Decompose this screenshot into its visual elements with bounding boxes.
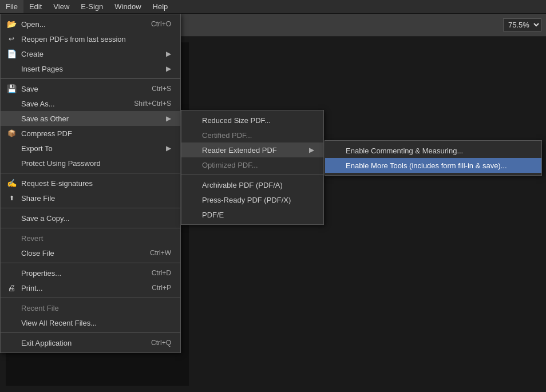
menu-request-esig-label: Request E-signatures bbox=[21, 179, 93, 188]
reader-extended-submenu-wrapper: Enable Commenting & Measuring... Enable … bbox=[325, 140, 542, 176]
menu-save-as-other-label: Save as Other bbox=[21, 114, 69, 123]
menu-print[interactable]: 🖨 Print... Ctrl+P bbox=[1, 280, 180, 295]
export-arrow: ▶ bbox=[166, 144, 171, 152]
menu-print-shortcut: Ctrl+P bbox=[140, 284, 171, 292]
menu-export-label: Export To bbox=[21, 144, 53, 153]
menu-create-label: Create bbox=[21, 50, 43, 58]
menu-close-file[interactable]: Close File Ctrl+W bbox=[1, 246, 180, 260]
menu-reduced-size-pdf[interactable]: Reduced Size PDF... bbox=[181, 113, 323, 128]
menu-share-file[interactable]: ⬆ Share File bbox=[1, 191, 180, 205]
menu-help[interactable]: Help bbox=[147, 0, 174, 13]
menu-exit[interactable]: Exit Application Ctrl+Q bbox=[1, 335, 180, 350]
menu-properties[interactable]: Properties... Ctrl+D bbox=[1, 266, 180, 280]
menu-enable-more-tools-label: Enable More Tools (includes form fill-in… bbox=[346, 161, 507, 170]
menu-revert-label: Revert bbox=[21, 234, 43, 243]
menu-insert-pages-label: Insert Pages bbox=[21, 65, 63, 73]
menu-create[interactable]: 📄 Create ▶ bbox=[1, 46, 180, 61]
menu-edit[interactable]: Edit bbox=[23, 0, 48, 13]
menu-view[interactable]: View bbox=[48, 0, 75, 13]
open-icon: 📂 bbox=[5, 19, 18, 29]
insert-pages-arrow: ▶ bbox=[166, 65, 171, 73]
menu-certified-label: Certified PDF... bbox=[202, 131, 252, 140]
menu-compress-pdf[interactable]: 📦 Compress PDF bbox=[1, 126, 180, 141]
menu-press-ready-label: Press-Ready PDF (PDF/X) bbox=[202, 196, 291, 204]
menu-compress-label: Compress PDF bbox=[21, 129, 72, 138]
menu-share-label: Share File bbox=[21, 194, 55, 203]
save-icon: 💾 bbox=[5, 84, 18, 93]
menu-save-label: Save bbox=[21, 85, 38, 93]
menu-close-label: Close File bbox=[21, 249, 54, 258]
menu-reader-extended-pdf[interactable]: Reader Extended PDF ▶ bbox=[181, 142, 323, 157]
menu-save-shortcut: Ctrl+S bbox=[140, 85, 171, 93]
menu-archivable-pdf[interactable]: Archivable PDF (PDF/A) bbox=[181, 177, 323, 192]
save-as-other-arrow: ▶ bbox=[166, 114, 171, 122]
menu-window[interactable]: Window bbox=[109, 0, 147, 13]
menu-view-recent[interactable]: View All Recent Files... bbox=[1, 315, 180, 330]
compress-icon: 📦 bbox=[5, 129, 18, 137]
menu-close-shortcut: Ctrl+W bbox=[139, 249, 171, 257]
menu-esign[interactable]: E-Sign bbox=[75, 0, 109, 13]
menu-insert-pages[interactable]: Insert Pages ▶ bbox=[1, 61, 180, 76]
menu-open-shortcut: Ctrl+O bbox=[140, 20, 171, 28]
menu-enable-commenting-label: Enable Commenting & Measuring... bbox=[346, 146, 463, 155]
menu-bar: File Edit View E-Sign Window Help bbox=[0, 0, 546, 14]
menu-view-recent-label: View All Recent Files... bbox=[21, 319, 97, 327]
menu-properties-label: Properties... bbox=[21, 269, 61, 278]
menu-enable-commenting[interactable]: Enable Commenting & Measuring... bbox=[325, 143, 541, 158]
menu-reduced-size-label: Reduced Size PDF... bbox=[202, 116, 271, 125]
menu-optimized-label: Optimized PDF... bbox=[202, 161, 258, 169]
menu-request-esig[interactable]: ✍ Request E-signatures bbox=[1, 176, 180, 191]
reopen-icon: ↩ bbox=[5, 35, 18, 43]
menu-export-to[interactable]: Export To ▶ bbox=[1, 141, 180, 156]
menu-open-label: Open... bbox=[21, 20, 46, 29]
menu-reopen[interactable]: ↩ Reopen PDFs from last session bbox=[1, 31, 180, 46]
create-icon: 📄 bbox=[5, 49, 18, 58]
menu-save-as-other[interactable]: Save as Other ▶ bbox=[1, 111, 180, 126]
menu-enable-more-tools[interactable]: Enable More Tools (includes form fill-in… bbox=[325, 158, 541, 173]
menu-revert[interactable]: Revert bbox=[1, 231, 180, 246]
save-as-other-submenu: Reduced Size PDF... Certified PDF... Rea… bbox=[181, 110, 324, 225]
print-icon: 🖨 bbox=[5, 283, 18, 292]
menu-recent-label: Recent File bbox=[21, 304, 59, 312]
menu-save[interactable]: 💾 Save Ctrl+S bbox=[1, 81, 180, 96]
menu-save-copy[interactable]: Save a Copy... bbox=[1, 211, 180, 225]
zoom-level-select[interactable]: 75.5% 50% 100% 125% bbox=[503, 18, 541, 31]
menu-open[interactable]: 📂 Open... Ctrl+O bbox=[1, 17, 180, 31]
menu-exit-label: Exit Application bbox=[21, 339, 72, 347]
menu-pdf-e-label: PDF/E bbox=[202, 211, 224, 219]
menu-protect-password[interactable]: Protect Using Password bbox=[1, 156, 180, 171]
menu-reader-extended-label: Reader Extended PDF bbox=[202, 146, 277, 155]
menu-reopen-label: Reopen PDFs from last session bbox=[21, 35, 126, 43]
menu-press-ready-pdf[interactable]: Press-Ready PDF (PDF/X) bbox=[181, 192, 323, 207]
menu-save-as-label: Save As... bbox=[21, 100, 55, 108]
dropdown-overlay: 📂 Open... Ctrl+O ↩ Reopen PDFs from last… bbox=[0, 14, 181, 353]
menu-properties-shortcut: Ctrl+D bbox=[140, 269, 171, 277]
menu-save-as[interactable]: Save As... Shift+Ctrl+S bbox=[1, 96, 180, 111]
menu-file[interactable]: File bbox=[0, 0, 23, 13]
esig-icon: ✍ bbox=[5, 179, 18, 188]
reader-extended-submenu: Enable Commenting & Measuring... Enable … bbox=[325, 140, 542, 176]
menu-certified-pdf[interactable]: Certified PDF... bbox=[181, 128, 323, 142]
file-menu: 📂 Open... Ctrl+O ↩ Reopen PDFs from last… bbox=[0, 14, 181, 353]
menu-archivable-label: Archivable PDF (PDF/A) bbox=[202, 181, 283, 189]
menu-save-copy-label: Save a Copy... bbox=[21, 214, 69, 223]
save-as-other-submenu-wrapper: Reduced Size PDF... Certified PDF... Rea… bbox=[181, 110, 324, 225]
create-arrow: ▶ bbox=[166, 50, 171, 58]
share-icon: ⬆ bbox=[5, 195, 18, 202]
menu-recent-file-header: Recent File bbox=[1, 300, 180, 315]
menu-protect-label: Protect Using Password bbox=[21, 159, 101, 168]
menu-print-label: Print... bbox=[21, 284, 43, 292]
reader-extended-arrow: ▶ bbox=[309, 146, 314, 154]
menu-pdf-e[interactable]: PDF/E bbox=[181, 207, 323, 222]
menu-optimized-pdf[interactable]: Optimized PDF... bbox=[181, 157, 323, 172]
menu-exit-shortcut: Ctrl+Q bbox=[140, 339, 171, 347]
menu-save-as-shortcut: Shift+Ctrl+S bbox=[122, 100, 171, 108]
